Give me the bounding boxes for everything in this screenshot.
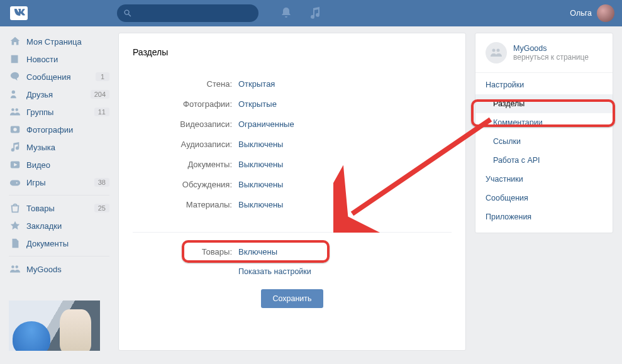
show-settings-link[interactable]: Показать настройки [238,267,311,276]
nav-label: MyGoods [26,265,62,274]
nav-label: Сообщения [26,72,71,82]
group-back-link: вернуться к странице [513,53,589,62]
nav-item-group[interactable]: MyGoods [9,260,109,278]
music-icon[interactable] [309,6,321,21]
nav-label: Фотографии [26,125,73,135]
setting-label: Стена: [119,79,238,89]
settings-nav-Работа с API[interactable]: Работа с API [475,151,613,170]
nav-item-home[interactable]: Моя Страница [9,33,109,50]
setting-row: Стена:Открытая [119,74,465,94]
search-icon [123,9,132,18]
settings-nav-Сообщения[interactable]: Сообщения [475,189,613,207]
nav-item-news[interactable]: Новости [9,50,109,68]
groups-icon [9,106,21,118]
setting-value-dropdown[interactable]: Выключены [238,140,283,149]
setting-label: Фотографии: [119,99,238,109]
settings-nav-Разделы[interactable]: Разделы [475,94,613,113]
user-menu[interactable]: Ольга [570,4,614,22]
setting-label: Аудиозаписи: [119,140,238,149]
group-name: MyGoods [513,44,589,53]
notifications-icon[interactable] [280,6,292,21]
nav-label: Музыка [26,143,55,152]
group-avatar-icon [486,42,507,63]
avatar [597,4,614,22]
nav-label: Моя Страница [26,37,82,47]
setting-value-dropdown[interactable]: Выключены [238,160,283,169]
nav-label: Друзья [26,90,53,99]
divider [133,232,452,233]
nav-badge: 1 [96,72,109,81]
nav-item-market[interactable]: Товары25 [9,199,109,217]
page-title: Разделы [119,47,465,67]
divider [475,72,613,73]
nav-item-music[interactable]: Музыка [9,138,109,156]
nav-badge: 38 [94,178,109,187]
nav-item-docs[interactable]: Документы [9,234,109,252]
settings-nav-Комментарии[interactable]: Комментарии [475,113,613,132]
nav-label: Игры [26,178,46,187]
settings-nav-Участники[interactable]: Участники [475,170,613,189]
market-icon [9,202,21,214]
setting-value-dropdown[interactable]: Выключены [238,180,283,189]
topbar: Ольга [0,0,622,26]
photos-icon [9,123,21,136]
setting-label: Документы: [119,160,238,169]
nav-label: Товары [26,204,55,213]
home-icon [9,35,21,48]
nav-label: Группы [26,108,53,117]
nav-item-bookmark[interactable]: Закладки [9,217,109,234]
music-icon [9,141,21,153]
settings-nav-Ссылки[interactable]: Ссылки [475,132,613,151]
setting-value-dropdown[interactable]: Включены [238,247,277,256]
nav-item-photos[interactable]: Фотографии [9,121,109,138]
setting-row: Обсуждения:Выключены [119,174,465,194]
group-header[interactable]: MyGoods вернуться к странице [475,42,613,70]
nav-badge: 25 [94,204,109,212]
setting-value-dropdown[interactable]: Ограниченные [238,119,294,129]
video-icon [9,158,21,171]
setting-row: Аудиозаписи:Выключены [119,134,465,154]
nav-label: Документы [26,239,69,248]
games-icon [9,176,21,189]
setting-label: Обсуждения: [119,180,238,189]
promo-image[interactable] [9,301,100,351]
user-name: Ольга [570,9,592,18]
save-button[interactable]: Сохранить [261,289,323,308]
setting-label: Товары: [119,247,238,256]
show-settings-row: Показать настройки [119,262,465,282]
divider [9,256,109,256]
nav-item-friends[interactable]: Друзья204 [9,85,109,103]
setting-row: Фотографии:Открытые [119,94,465,114]
nav-badge: 11 [94,108,109,116]
setting-row: Документы:Выключены [119,154,465,174]
left-nav: Моя СтраницаНовостиСообщения1Друзья204Гр… [9,33,109,351]
friends-icon [9,88,21,101]
news-icon [9,53,21,65]
setting-row: Видеозаписи:Ограниченные [119,114,465,134]
group-settings-nav: MyGoods вернуться к странице НастройкиРа… [475,33,613,233]
nav-label: Видео [26,160,50,170]
setting-value-dropdown[interactable]: Открытая [238,79,275,89]
setting-value-dropdown[interactable]: Выключены [238,200,283,209]
group-icon [9,263,21,275]
docs-icon [9,237,21,250]
nav-item-video[interactable]: Видео [9,156,109,174]
bookmark-icon [9,219,21,232]
divider [9,195,109,196]
setting-label: Видеозаписи: [119,119,238,129]
nav-label: Новости [26,55,58,64]
vk-logo[interactable] [10,4,28,22]
nav-item-msg[interactable]: Сообщения1 [9,68,109,85]
goods-row: Товары: Включены [119,241,465,262]
nav-item-groups[interactable]: Группы11 [9,103,109,121]
setting-label: Материалы: [119,200,238,209]
settings-nav-Приложения[interactable]: Приложения [475,207,613,226]
search-input[interactable] [117,4,258,22]
settings-panel: Разделы Стена:ОткрытаяФотографии:Открыты… [118,33,466,351]
nav-item-games[interactable]: Игры38 [9,174,109,191]
msg-icon [9,70,21,83]
nav-label: Закладки [26,221,62,231]
top-icons [280,6,321,21]
setting-value-dropdown[interactable]: Открытые [238,99,277,109]
settings-nav-Настройки[interactable]: Настройки [475,75,613,94]
